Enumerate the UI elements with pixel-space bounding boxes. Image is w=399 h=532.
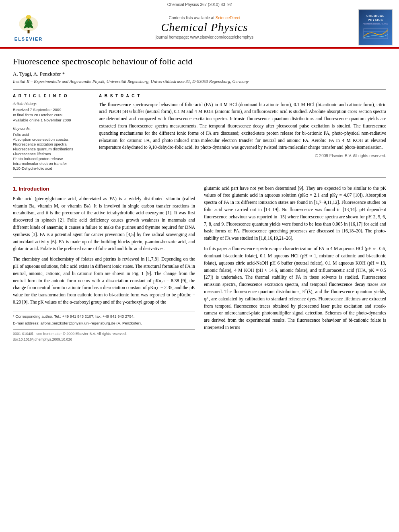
svg-point-2 bbox=[26, 15, 31, 19]
keyword-4: Fluorescence quantum distributions bbox=[13, 147, 89, 151]
body-content: 1. Introduction Folic acid (pteroylgluta… bbox=[13, 185, 386, 343]
bottom-notices: 0301-0104/$ - see front matter © 2009 El… bbox=[13, 329, 195, 343]
elsevier-logo: ELSEVIER bbox=[6, 14, 51, 41]
keyword-8: 9,10-Dehydro-folic acid bbox=[13, 166, 89, 170]
divider-body bbox=[13, 177, 386, 178]
cover-title: CHEMICAL PHYSICS bbox=[359, 14, 392, 21]
affiliation: Institut II – Experimentelle und Angewan… bbox=[13, 79, 386, 84]
section1-title: 1. Introduction bbox=[13, 185, 195, 193]
elsevier-label: ELSEVIER bbox=[14, 37, 43, 41]
keywords-label: Keywords: bbox=[13, 126, 89, 131]
journal-title: Chemical Physics bbox=[51, 21, 358, 34]
contents-available: Contents lists available at ScienceDirec… bbox=[51, 16, 358, 20]
footnote-2: E-mail address: alfons.penzkofer@physik.… bbox=[13, 320, 195, 327]
main-content: Fluorescence spectroscopic behaviour of … bbox=[0, 49, 399, 350]
svg-rect-1 bbox=[27, 30, 29, 33]
article-info-column: A R T I C L E I N F O Article history: R… bbox=[13, 94, 89, 171]
journal-header-main: ELSEVIER Contents lists available at Sci… bbox=[0, 8, 399, 48]
keyword-1: Folic acid bbox=[13, 132, 89, 137]
keyword-3: Fluorescence excitation spectra bbox=[13, 142, 89, 146]
history-label: Article history: bbox=[13, 101, 89, 106]
body-columns: 1. Introduction Folic acid (pteroylgluta… bbox=[13, 185, 386, 343]
elsevier-tree-icon bbox=[14, 14, 43, 36]
body-para-3: glutamic acid part have not yet been det… bbox=[204, 185, 386, 242]
body-col-left: 1. Introduction Folic acid (pteroylgluta… bbox=[13, 185, 195, 343]
body-para-1: Folic acid (pteroylglutamic acid, abbrev… bbox=[13, 195, 195, 253]
received-date: Received 7 September 2009 bbox=[13, 107, 89, 112]
body-para-2: The chemistry and biochemistry of folate… bbox=[13, 256, 195, 306]
journal-cover: CHEMICAL PHYSICS An International Journa… bbox=[358, 9, 393, 45]
abstract-text: The fluorescence spectroscopic behaviour… bbox=[99, 101, 386, 152]
cover-subtitle: An International Journal bbox=[363, 23, 388, 25]
body-para-4: In this paper a fluorescence spectroscop… bbox=[204, 245, 386, 331]
sciencedirect-link[interactable]: ScienceDirect bbox=[216, 16, 241, 20]
revised-date: In final form 28 October 2009 bbox=[13, 113, 89, 117]
abstract-heading: A B S T R A C T bbox=[99, 94, 386, 98]
footnotes: * Corresponding author. Tel.: +49 941 94… bbox=[13, 312, 195, 326]
journal-header: Chemical Physics 367 (2010) 83–92 ELSEVI… bbox=[0, 0, 399, 49]
bottom-notice-2: doi:10.1016/j.chemphys.2009.10.026 bbox=[13, 337, 195, 343]
cover-graphic bbox=[362, 27, 390, 41]
keyword-2: Absorption cross-section spectra bbox=[13, 137, 89, 142]
journal-title-block: Contents lists available at ScienceDirec… bbox=[51, 16, 358, 39]
bottom-notice-1: 0301-0104/$ - see front matter © 2009 El… bbox=[13, 331, 195, 337]
keyword-7: Intra-molecular electron transfer bbox=[13, 161, 89, 166]
keyword-5: Fluorescence lifetimes bbox=[13, 152, 89, 156]
article-info-heading: A R T I C L E I N F O bbox=[13, 94, 89, 98]
journal-citation: Chemical Physics 367 (2010) 83–92 bbox=[167, 2, 232, 7]
available-date: Available online 1 November 2009 bbox=[13, 118, 89, 122]
article-title: Fluorescence spectroscopic behaviour of … bbox=[13, 56, 386, 68]
footnote-1: * Corresponding author. Tel.: +49 941 94… bbox=[13, 314, 195, 320]
authors: A. Tyagi, A. Penzkofer * bbox=[13, 71, 386, 77]
abstract-column: A B S T R A C T The fluorescence spectro… bbox=[99, 94, 386, 171]
divider-top bbox=[13, 89, 386, 90]
keyword-6: Photo-induced proton release bbox=[13, 156, 89, 161]
journal-homepage: journal homepage: www.elsevier.com/locat… bbox=[51, 35, 358, 39]
body-col-right: glutamic acid part have not yet been det… bbox=[204, 185, 386, 343]
article-info-abstract: A R T I C L E I N F O Article history: R… bbox=[13, 94, 386, 171]
copyright: © 2009 Elsevier B.V. All rights reserved… bbox=[99, 154, 386, 158]
